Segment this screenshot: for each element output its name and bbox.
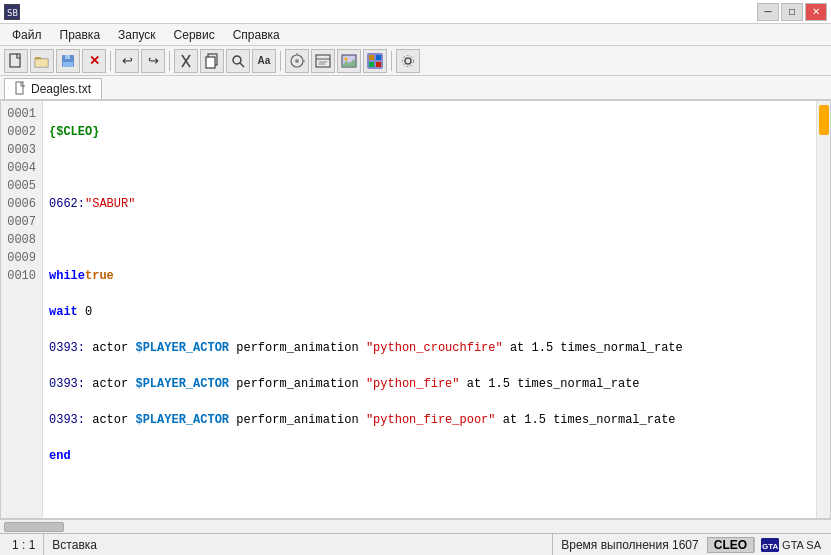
sep4 [391, 51, 392, 71]
tab-label: Deagles.txt [31, 82, 91, 96]
svg-rect-12 [206, 57, 215, 68]
svg-rect-8 [63, 62, 73, 67]
svg-rect-28 [369, 62, 374, 67]
svg-rect-27 [376, 55, 381, 60]
status-position: 1 : 1 [4, 534, 43, 555]
menu-run[interactable]: Запуск [110, 26, 164, 44]
svg-point-13 [233, 56, 241, 64]
code-line-4 [49, 231, 810, 249]
cut-button[interactable] [174, 49, 198, 73]
redo-button[interactable]: ↪ [141, 49, 165, 73]
status-runtime: Время выполнения 1607 [552, 534, 707, 555]
toolbar: ✕ ↩ ↪ Aa [0, 46, 831, 76]
svg-rect-7 [65, 55, 70, 59]
editor-container: 0001 0002 0003 0004 0005 0006 0007 0008 … [0, 100, 831, 519]
title-bar: SB ─ □ ✕ [0, 0, 831, 24]
svg-rect-19 [316, 55, 330, 67]
line-numbers: 0001 0002 0003 0004 0005 0006 0007 0008 … [1, 101, 43, 518]
svg-text:SB: SB [7, 8, 18, 18]
minimize-button[interactable]: ─ [757, 3, 779, 21]
sep2 [169, 51, 170, 71]
tabs-bar: Deagles.txt [0, 76, 831, 100]
svg-point-24 [345, 57, 348, 60]
svg-text:GTA: GTA [762, 542, 779, 551]
code-line-7: 0393: actor $PLAYER_ACTOR perform_animat… [49, 339, 810, 357]
scroll-thumb-orange [819, 105, 829, 135]
save-button[interactable] [56, 49, 80, 73]
settings-button[interactable] [396, 49, 420, 73]
svg-rect-5 [35, 59, 48, 67]
new-button[interactable] [4, 49, 28, 73]
status-bar: 1 : 1 Вставка Время выполнения 1607 CLEO… [0, 533, 831, 555]
maximize-button[interactable]: □ [781, 3, 803, 21]
code-editor[interactable]: {$CLEO} 0662: "SABUR" while true wait 0 … [43, 101, 816, 518]
code-line-5: while true [49, 267, 810, 285]
menu-edit[interactable]: Правка [52, 26, 109, 44]
find-button[interactable] [226, 49, 250, 73]
svg-point-16 [295, 59, 299, 63]
sep3 [280, 51, 281, 71]
svg-line-14 [240, 63, 244, 67]
code-line-6: wait 0 [49, 303, 810, 321]
replace-button[interactable]: Aa [252, 49, 276, 73]
menu-bar: Файл Правка Запуск Сервис Справка [0, 24, 831, 46]
svg-rect-26 [369, 55, 374, 60]
window-controls: ─ □ ✕ [757, 3, 827, 21]
svg-point-30 [405, 58, 411, 64]
svg-rect-2 [10, 54, 20, 67]
code-line-9: 0393: actor $PLAYER_ACTOR perform_animat… [49, 411, 810, 429]
copy-button[interactable] [200, 49, 224, 73]
menu-service[interactable]: Сервис [166, 26, 223, 44]
close-file-button[interactable]: ✕ [82, 49, 106, 73]
code-line-2 [49, 159, 810, 177]
menu-help[interactable]: Справка [225, 26, 288, 44]
undo-button[interactable]: ↩ [115, 49, 139, 73]
decompile-button[interactable] [311, 49, 335, 73]
horizontal-scrollbar[interactable] [0, 519, 831, 533]
code-line-1: {$CLEO} [49, 123, 810, 141]
svg-rect-32 [16, 82, 23, 94]
cleo-badge: CLEO [707, 537, 754, 553]
close-button[interactable]: ✕ [805, 3, 827, 21]
code-line-10: end [49, 447, 810, 465]
code-line-8: 0393: actor $PLAYER_ACTOR perform_animat… [49, 375, 810, 393]
svg-rect-29 [376, 62, 381, 67]
sep1 [110, 51, 111, 71]
code-line-3: 0662: "SABUR" [49, 195, 810, 213]
app-icon: SB [4, 4, 20, 20]
tab-file-icon [15, 81, 27, 97]
file-tab[interactable]: Deagles.txt [4, 78, 102, 99]
texture-button[interactable] [363, 49, 387, 73]
img-button[interactable] [337, 49, 361, 73]
gta-badge: GTA GTA SA [754, 538, 827, 552]
compile-button[interactable] [285, 49, 309, 73]
gta-label: GTA SA [782, 539, 821, 551]
gta-icon: GTA [761, 538, 779, 552]
open-button[interactable] [30, 49, 54, 73]
menu-file[interactable]: Файл [4, 26, 50, 44]
vertical-scrollbar[interactable] [816, 101, 830, 518]
status-mode: Вставка [43, 534, 105, 555]
title-bar-left: SB [4, 4, 20, 20]
h-scroll-thumb[interactable] [4, 522, 64, 532]
svg-point-31 [403, 55, 414, 66]
